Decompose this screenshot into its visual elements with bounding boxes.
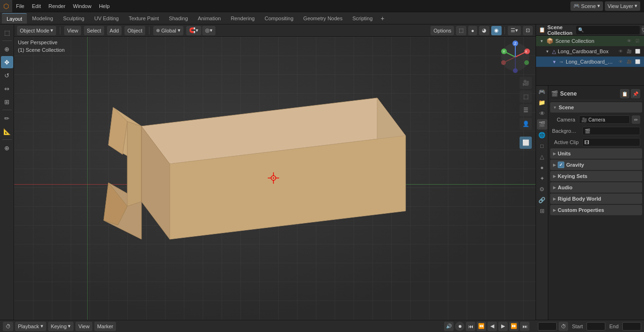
camera-value-field[interactable]: 🎥 Camera bbox=[579, 115, 630, 124]
tool-cursor[interactable]: ⊕ bbox=[1, 43, 13, 55]
units-section-header[interactable]: ▶ Units bbox=[550, 148, 642, 159]
prop-tab-world[interactable]: 🌐 bbox=[537, 130, 547, 140]
prop-tab-object-data[interactable]: △ bbox=[537, 152, 547, 162]
transform-orient-dropdown[interactable]: ⊕ Global ▾ bbox=[153, 26, 183, 35]
walkthrough-btn[interactable]: 👤 bbox=[520, 118, 532, 130]
keying-menu[interactable]: Keying ▾ bbox=[48, 322, 74, 331]
tab-rendering[interactable]: Rendering bbox=[226, 13, 259, 24]
camera-icon-2[interactable]: 🎥 bbox=[625, 58, 633, 65]
menu-file[interactable]: File bbox=[12, 0, 28, 12]
prev-frame-btn[interactable]: ⏪ bbox=[477, 322, 486, 331]
menu-window[interactable]: Window bbox=[69, 0, 95, 12]
tab-scripting[interactable]: Scripting bbox=[347, 13, 377, 24]
outliner-filter-btn[interactable]: ▽ bbox=[642, 26, 644, 34]
view-layer-selector[interactable]: View Layer ▾ bbox=[605, 1, 640, 11]
audio-toggle[interactable]: 🔊 bbox=[444, 322, 454, 331]
3d-canvas[interactable]: User Perspective (1) Scene Collection X … bbox=[14, 37, 536, 320]
outliner-item-cardboard-box[interactable]: ▼ △ Long_Cardboard_Box 👁 🎥 ⬜ bbox=[536, 46, 644, 57]
prop-tab-scene[interactable]: 🎬 bbox=[537, 119, 547, 130]
marker-menu[interactable]: Marker bbox=[94, 322, 116, 331]
camera-edit-btn[interactable]: ✏ bbox=[632, 115, 640, 124]
prop-tab-output[interactable]: 📁 bbox=[537, 97, 547, 108]
tool-rotate[interactable]: ↺ bbox=[1, 69, 13, 81]
prop-tab-object[interactable]: □ bbox=[537, 141, 547, 151]
proportional-toggle[interactable]: ◎▾ bbox=[202, 26, 215, 35]
menu-edit[interactable]: Edit bbox=[28, 0, 45, 12]
timeline-icon-btn[interactable]: ⏱ bbox=[3, 322, 13, 331]
render-region-btn[interactable]: ⬚ bbox=[520, 90, 532, 103]
scene-section-header[interactable]: ▼ Scene bbox=[550, 102, 642, 113]
select-icon-1[interactable]: ⬜ bbox=[634, 48, 641, 55]
tab-texture-paint[interactable]: Texture Paint bbox=[124, 13, 164, 24]
wireframe-btn[interactable]: ⬚ bbox=[456, 26, 466, 35]
engine-selector[interactable]: 🎮 Scene ▾ bbox=[570, 1, 603, 11]
gravity-checkbox[interactable]: ✓ bbox=[558, 162, 564, 168]
tool-select-box[interactable]: ⬚ bbox=[1, 26, 13, 39]
viewport-options-btn[interactable]: Options bbox=[430, 26, 454, 35]
expand-icon-1[interactable]: ▼ bbox=[539, 38, 545, 44]
fps-selector[interactable]: ⏱ bbox=[559, 322, 568, 331]
active-clip-value[interactable]: 🎞 bbox=[582, 138, 640, 146]
viewport-select-menu[interactable]: Select bbox=[84, 26, 104, 35]
hide-in-viewport-icon[interactable]: 👁 bbox=[625, 37, 633, 45]
prop-tab-material[interactable]: ● bbox=[537, 162, 547, 173]
tool-scale[interactable]: ⇔ bbox=[1, 82, 13, 95]
custom-props-header[interactable]: ▶ Custom Properties bbox=[550, 205, 642, 215]
gravity-section-header[interactable]: ▶ ✓ Gravity bbox=[550, 160, 642, 170]
viewport-object-menu[interactable]: Object bbox=[124, 26, 145, 35]
menu-render[interactable]: Render bbox=[45, 0, 69, 12]
prop-tab-modifier[interactable]: ⊞ bbox=[537, 206, 547, 216]
rendered-btn[interactable]: ◉ bbox=[491, 26, 502, 35]
object-mode-dropdown[interactable]: Object Mode ▾ bbox=[17, 26, 56, 35]
expand-icon-2[interactable]: ▼ bbox=[545, 49, 550, 54]
outliner-item-mesh[interactable]: ▾ → Long_Cardboard_Box_0C 👁 🎥 ⬜ bbox=[536, 57, 644, 67]
play-btn[interactable]: ▶ bbox=[498, 322, 508, 331]
tab-geometry-nodes[interactable]: Geometry Nodes bbox=[298, 13, 347, 24]
bg-scene-value[interactable]: 🎬 bbox=[582, 127, 640, 135]
playback-menu[interactable]: Playback ▾ bbox=[15, 322, 46, 331]
outliner-item-collection[interactable]: ▼ 📦 Scene Collection 👁 ☑ bbox=[536, 36, 644, 46]
hide-overlay-btn[interactable]: ☰ bbox=[520, 104, 532, 116]
overlay-btn[interactable]: ☰▾ bbox=[508, 26, 521, 35]
material-preview-btn[interactable]: ◕ bbox=[479, 26, 489, 35]
scene-pin-btn[interactable]: 📌 bbox=[631, 89, 640, 98]
eye-icon-1[interactable]: 👁 bbox=[617, 48, 624, 55]
xray-btn[interactable]: ⊡ bbox=[523, 26, 533, 35]
solid-btn[interactable]: ● bbox=[468, 26, 477, 35]
prop-tab-physics[interactable]: ⚙ bbox=[537, 184, 547, 194]
prop-tab-render[interactable]: 🎮 bbox=[537, 87, 547, 97]
tool-transform[interactable]: ⊞ bbox=[1, 96, 13, 108]
rigid-body-header[interactable]: ▶ Rigid Body World bbox=[550, 194, 642, 204]
prop-tab-particles[interactable]: ✦ bbox=[537, 173, 547, 184]
snap-toggle[interactable]: 🧲▾ bbox=[186, 26, 201, 35]
jump-end-btn[interactable]: ⏭ bbox=[520, 322, 529, 331]
viewport-add-menu[interactable]: Add bbox=[107, 26, 122, 35]
camera-gizmo-btn[interactable]: 🎥 bbox=[520, 77, 532, 89]
tab-sculpting[interactable]: Sculpting bbox=[58, 13, 89, 24]
jump-start-btn[interactable]: ⏮ bbox=[466, 322, 475, 331]
viewport-3d[interactable]: Object Mode ▾ View Select Add Object ⊕ G… bbox=[14, 24, 536, 320]
keying-sets-header[interactable]: ▶ Keying Sets bbox=[550, 171, 642, 181]
tab-layout[interactable]: Layout bbox=[2, 13, 27, 24]
tab-compositing[interactable]: Compositing bbox=[260, 13, 298, 24]
viewport-view-menu[interactable]: View bbox=[64, 26, 81, 35]
menu-help[interactable]: Help bbox=[95, 0, 114, 12]
audio-section-header[interactable]: ▶ Audio bbox=[550, 182, 642, 193]
prop-tab-view-layer[interactable]: 👁 bbox=[537, 108, 547, 119]
start-frame-input[interactable]: 1 bbox=[586, 322, 605, 331]
scene-browse-btn[interactable]: 📋 bbox=[620, 89, 629, 98]
exclude-icon[interactable]: ☑ bbox=[634, 37, 641, 45]
tab-shading[interactable]: Shading bbox=[164, 13, 192, 24]
perspective-btn[interactable]: ⬜ bbox=[520, 137, 532, 149]
prop-tab-constraints[interactable]: 🔗 bbox=[537, 195, 547, 205]
add-workspace-tab[interactable]: + bbox=[378, 14, 387, 23]
navigation-gizmo[interactable]: X Y Z bbox=[499, 40, 532, 73]
tool-annotate[interactable]: ✏ bbox=[1, 112, 13, 124]
view-menu[interactable]: View bbox=[75, 322, 92, 331]
tab-uv-editing[interactable]: UV Editing bbox=[90, 13, 124, 24]
eye-icon-2[interactable]: 👁 bbox=[617, 58, 624, 65]
select-icon-2[interactable]: ⬜ bbox=[634, 58, 641, 65]
tool-measure[interactable]: 📐 bbox=[1, 125, 13, 138]
play-reverse-btn[interactable]: ◀ bbox=[487, 322, 497, 331]
tool-move[interactable]: ✥ bbox=[1, 56, 13, 68]
